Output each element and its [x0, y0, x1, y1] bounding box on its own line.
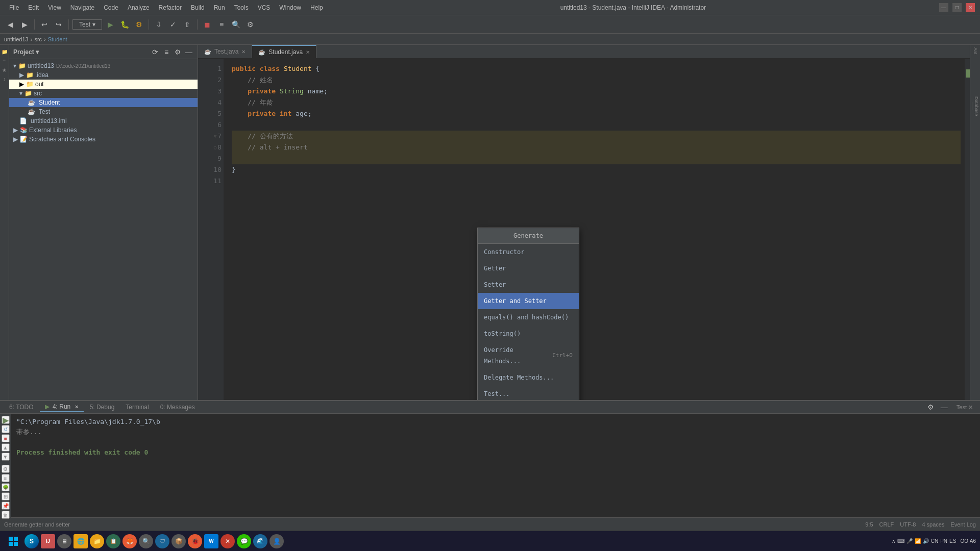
sidebar-structure-icon[interactable]: ≡ [1, 57, 9, 65]
cursor-position[interactable]: 9:5 [865, 521, 873, 528]
undo-button[interactable]: ↩ [38, 18, 51, 31]
sidebar-database-icon[interactable]: Database [972, 102, 980, 110]
taskbar-app6-btn[interactable]: 🌊 [253, 534, 267, 548]
menu-help[interactable]: Help [306, 3, 327, 12]
taskbar-browser-btn[interactable]: 🌐 [74, 534, 88, 548]
run-settings-btn[interactable]: ⚙ [2, 465, 10, 473]
menu-delegate[interactable]: Delegate Methods... [478, 369, 579, 386]
code-area[interactable]: public class Student { // 姓名 private [224, 59, 965, 400]
menu-getter[interactable]: Getter [478, 260, 579, 277]
menu-tools[interactable]: Tools [230, 3, 253, 12]
right-sidebar-item1[interactable]: Ant [971, 47, 979, 55]
line-separator[interactable]: CRLF [879, 521, 894, 528]
tray-keyboard[interactable]: ⌨ [897, 538, 904, 544]
app-menu[interactable]: File Edit View Navigate Code Analyze Ref… [5, 3, 327, 12]
taskbar-vscode-btn[interactable]: W [204, 534, 218, 548]
run-filter-btn[interactable]: ≡ [2, 474, 10, 482]
run-scroll-up[interactable]: ▲ [2, 443, 10, 452]
git-commit-button[interactable]: ✓ [167, 18, 179, 31]
menu-run[interactable]: Run [210, 3, 229, 12]
tab-test-java[interactable]: ☕ Test.java ✕ [198, 45, 252, 58]
status-message[interactable]: Generate getter and setter [4, 521, 70, 528]
right-scrollbar-indicator[interactable] [965, 59, 970, 400]
run-trash-btn[interactable]: 🗑 [2, 511, 10, 519]
tray-mic[interactable]: 🎤 [906, 538, 913, 544]
menu-constructor[interactable]: Constructor [478, 244, 579, 260]
menu-override[interactable]: Override Methods... Ctrl+O [478, 342, 579, 369]
close-button[interactable]: ✕ [966, 3, 975, 12]
test-tab-close[interactable]: ✕ [241, 49, 246, 55]
tab-messages[interactable]: 0: Messages [155, 403, 200, 412]
run-rerun-button[interactable]: ↺ [2, 425, 10, 433]
run-settings-icon[interactable]: ⚙ [925, 401, 937, 413]
menu-equals-hashcode[interactable]: equals() and hashCode() [478, 309, 579, 325]
menu-build[interactable]: Build [187, 3, 209, 12]
menu-test[interactable]: Test... [478, 386, 579, 400]
minimize-button[interactable]: — [939, 3, 948, 12]
taskbar-app4-btn[interactable]: 🐞 [188, 534, 202, 548]
tree-item-iml[interactable]: 📄 untitled13.iml [9, 116, 198, 126]
taskbar-shield-btn[interactable]: 🛡 [155, 534, 169, 548]
run-button[interactable]: ▶ [104, 18, 116, 31]
sidebar-vcs-icon[interactable]: ↕ [1, 75, 9, 83]
tree-item-out[interactable]: ▶ 📁 out [9, 80, 198, 89]
tab-terminal[interactable]: Terminal [120, 403, 154, 412]
run-close-icon[interactable]: — [938, 401, 950, 413]
menu-getter-setter[interactable]: Getter and Setter [478, 293, 579, 309]
taskbar-app2-btn[interactable]: 🔍 [139, 534, 153, 548]
git-update-button[interactable]: ⇩ [153, 18, 165, 31]
breadcrumb-project[interactable]: untitled13 [4, 36, 29, 42]
tree-item-scratches[interactable]: ▶ 📝 Scratches and Consoles [9, 135, 198, 144]
sidebar-project-icon[interactable]: 📁 [1, 47, 9, 56]
menu-analyze[interactable]: Analyze [124, 3, 154, 12]
menu-window[interactable]: Window [275, 3, 305, 12]
menu-view[interactable]: View [44, 3, 65, 12]
menu-navigate[interactable]: Navigate [66, 3, 99, 12]
menu-tostring[interactable]: toString() [478, 325, 579, 342]
taskbar-monitor-btn[interactable]: 🖥 [57, 534, 71, 548]
breadcrumb-class[interactable]: Student [48, 36, 67, 42]
tree-item-root[interactable]: ▾ 📁 untitled13 D:\code-2021\untitled13 [9, 61, 198, 70]
back-button[interactable]: ◀ [4, 18, 16, 31]
run-stop-button[interactable]: ■ [2, 434, 10, 442]
tray-volume[interactable]: 🔊 [923, 538, 929, 544]
forward-button[interactable]: ▶ [18, 18, 31, 31]
taskbar-idea-btn[interactable]: IJ [41, 534, 55, 548]
project-gear-icon[interactable]: ⚙ [173, 47, 182, 57]
taskbar-app7-btn[interactable]: 👤 [270, 534, 284, 548]
tree-item-external[interactable]: ▶ 📚 External Libraries [9, 126, 198, 135]
taskbar-app1-btn[interactable]: 📋 [106, 534, 120, 548]
run-tree-btn[interactable]: 🌳 [2, 483, 10, 491]
tray-network[interactable]: 📶 [915, 538, 921, 544]
taskbar-wechat-btn[interactable]: 💬 [237, 534, 251, 548]
structure-button[interactable]: ≡ [215, 18, 228, 31]
breadcrumb-src[interactable]: src [34, 36, 42, 42]
run-pin-btn[interactable]: 📌 [2, 502, 10, 510]
menu-code[interactable]: Code [100, 3, 122, 12]
find-button[interactable]: 🔍 [230, 18, 242, 31]
tree-item-src[interactable]: ▾ 📁 src [9, 89, 198, 98]
settings-button[interactable]: ⚙ [244, 18, 256, 31]
taskbar-logo-btn[interactable]: S [24, 534, 39, 548]
run-scroll-down[interactable]: ▼ [2, 453, 10, 461]
tab-run[interactable]: ▶ 4: Run ✕ [40, 402, 84, 412]
tree-item-student[interactable]: ☕ Student [9, 98, 198, 107]
taskbar-explorer-btn[interactable]: 📁 [90, 534, 104, 548]
tree-item-test[interactable]: ☕ Test [9, 107, 198, 116]
build-button[interactable]: ⚙ [133, 18, 145, 31]
project-collapse-icon[interactable]: ≡ [162, 47, 171, 57]
maximize-button[interactable]: □ [952, 3, 962, 12]
stop-button[interactable]: ◼ [201, 18, 213, 31]
window-controls[interactable]: — □ ✕ [939, 3, 975, 12]
tab-student-java[interactable]: ☕ Student.java ✕ [252, 45, 316, 58]
tree-item-idea[interactable]: ▶ 📁 .idea [9, 70, 198, 80]
taskbar-windows-btn[interactable] [4, 532, 22, 550]
tab-debug[interactable]: 5: Debug [85, 403, 120, 412]
menu-refactor[interactable]: Refactor [155, 3, 186, 12]
run-layout-btn[interactable]: ⊞ [2, 492, 10, 500]
project-panel-icons[interactable]: ⟳ ≡ ⚙ — [151, 47, 193, 57]
menu-setter[interactable]: Setter [478, 277, 579, 293]
run-tab-close[interactable]: ✕ [75, 404, 79, 410]
taskbar-app3-btn[interactable]: 📦 [172, 534, 186, 548]
editor-content[interactable]: 1 2 3 4 5 6 ▽7 ○8 9 10 11 public class [198, 59, 970, 400]
